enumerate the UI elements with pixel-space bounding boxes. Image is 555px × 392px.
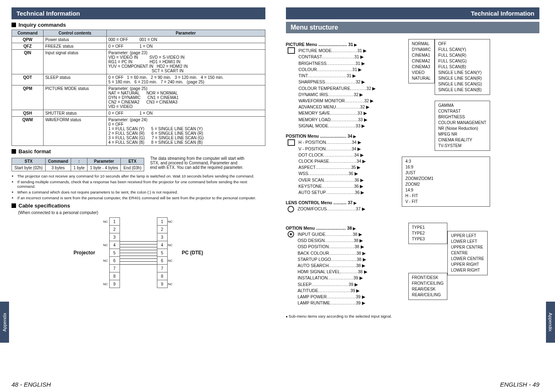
menu-item: ZOOM/FOCUS..................37 ▶ xyxy=(297,206,367,212)
menu-item: BACK COLOUR.................38 ▶ xyxy=(297,250,367,256)
lens-menu-title: LENS CONTROL Menu ........... 37 xyxy=(286,200,405,206)
menu-item: WSS.........................36 ▶ xyxy=(298,171,368,177)
box-advanced: GAMMACONTRASTBRIGHTNESSCOLOUR MANAGEMENT… xyxy=(435,101,490,151)
box-aspect: 4:316:9JUSTZOOM/ZOOM1ZOOM214:9H - FITV -… xyxy=(402,157,490,207)
menu-item: LAMP RUNTIME................39 ▶ xyxy=(297,300,367,306)
menu-item: INPUT GUIDE.................38 ▶ xyxy=(297,231,367,238)
menu-item: COLOUR TEMPERATURE..........32 ▶ xyxy=(298,85,368,92)
inquiry-table: Command Control contents Parameter QPWPo… xyxy=(12,30,265,146)
box-picture-mode: NORMALDYNAMICCINEMA1CINEMA2CINEMA3VIDEON… xyxy=(408,39,435,83)
section-cable: Cable specifications xyxy=(12,203,265,209)
note-item: If an incorrect command is sent from the… xyxy=(17,196,265,200)
menu-item: CONTRAST....................31 ▶ xyxy=(298,54,368,60)
header-right: Technical Information xyxy=(286,7,540,19)
option-icon xyxy=(288,231,294,238)
th-command: Command xyxy=(12,30,44,37)
menu-item: STARTUP LOGO................38 ▶ xyxy=(297,256,367,263)
table-row: QPWPower status000 = OFF 001 = ON xyxy=(12,37,265,43)
box-osd-position: UPPER LEFTLOWER LEFTUPPER CENTRECENTRELO… xyxy=(447,231,488,275)
page-num-right: ENGLISH - 49 xyxy=(500,381,539,388)
cable-title: Cable specifications xyxy=(18,203,70,209)
fmt-c1: 3 bytes xyxy=(45,165,71,171)
table-row: QINInput signal statusParameter: (page 2… xyxy=(12,50,265,74)
inquiry-title: Inquiry commands xyxy=(18,22,66,28)
section-basic: Basic format xyxy=(12,148,265,154)
menu-item: COLOUR......................31 ▶ xyxy=(298,67,368,73)
option-menu-title: OPTION Menu ......................... 38 xyxy=(286,225,405,231)
menu-item: KEYSTONE....................36 ▶ xyxy=(298,183,368,189)
pin-table-right: 1NC234NC56NC789NC xyxy=(157,217,178,288)
fmt-c3: 1 byte - 4 bytes xyxy=(88,165,121,171)
box-osd-design: TYPE1TYPE2TYPE3 xyxy=(408,223,447,244)
menu-item: AUTO SEARCH.................38 ▶ xyxy=(297,263,367,269)
menu-item: ASPECT......................35 ▶ xyxy=(298,164,368,171)
cable-sub: (When connected to a a personal computer… xyxy=(18,210,265,215)
fmt-c2: 1 byte xyxy=(71,165,87,171)
menu-item: MEMORY LOAD.................33 ▶ xyxy=(298,117,368,123)
menu-item: WAVEFORM MONITOR............32 ▶ xyxy=(298,98,368,104)
menu-item: SIGNAL MODE.................33 ▶ xyxy=(298,123,368,129)
basic-format-table: STX Command : Parameter ETX Start byte (… xyxy=(12,158,144,171)
th-parameter: Parameter xyxy=(106,30,265,37)
note-item: If sending multiple commands, check that… xyxy=(17,180,265,189)
menu-item: CLOCK PHASE.................34 ▶ xyxy=(298,158,368,164)
fmt-h1: Command xyxy=(45,158,71,165)
fmt-h0: STX xyxy=(12,158,46,165)
box-installation: FRONT/DESKFRONT/CEILINGREAR/DESKREAR/CEI… xyxy=(408,273,447,300)
header-left: Technical Information xyxy=(12,7,265,19)
menu-item: BRIGHTNESS..................31 ▶ xyxy=(298,60,368,67)
menu-item: PICTURE MODE................31 ▶ xyxy=(298,48,368,54)
picture-icon xyxy=(288,47,295,54)
fmt-c4: End (03h) xyxy=(121,165,144,171)
menu-item: SHARPNESS...................32 ▶ xyxy=(298,79,368,85)
section-inquiry: Inquiry commands xyxy=(12,22,265,28)
appendix-tab-left: Appendix xyxy=(0,302,9,343)
menu-item: DYNAMIC IRIS................32 ▶ xyxy=(298,92,368,98)
menu-item: ADVANCED MENU...............32 ▶ xyxy=(298,104,368,110)
menu-item: H - POSITION................34 ▶ xyxy=(298,139,368,145)
menu-item: SLEEP.......................39 ▶ xyxy=(297,281,367,288)
table-row: QPMPICTURE MODE statusParameter: (page 2… xyxy=(12,85,265,110)
page-num-left: 48 - ENGLISH xyxy=(12,381,51,388)
menu-item: OSD POSITION................38 ▶ xyxy=(297,244,367,250)
menu-structure-title: Menu structure xyxy=(286,22,540,33)
table-row: QSHSHUTTER status0 = OFF 1 = ON xyxy=(12,110,265,117)
fmt-h2: : xyxy=(71,158,87,165)
menu-item: OSD DESIGN..................38 ▶ xyxy=(297,238,367,244)
position-icon xyxy=(288,139,295,146)
basic-title: Basic format xyxy=(18,148,51,154)
menu-item: DOT CLOCK...................34 ▶ xyxy=(298,152,368,158)
box-waveform: OFFFULL SCAN(Y)FULL SCAN(R)FULL SCAN(G)F… xyxy=(435,39,490,95)
menu-item: MEMORY SAVE.................33 ▶ xyxy=(298,110,368,116)
notes-list: The projector can not receive any comman… xyxy=(12,174,265,200)
cable-left-label: Projector xyxy=(74,250,95,256)
position-menu-title: POSITION Menu ...................... 34 xyxy=(286,133,405,139)
menu-item: INSTALLATION................39 ▶ xyxy=(297,275,367,281)
pin-table-left: NC123NC45NC678NC9 xyxy=(99,217,120,288)
table-row: QOTSLEEP status0 = OFF 1 = 60 min. 2 = 9… xyxy=(12,74,265,85)
note-item: The projector can not receive any comman… xyxy=(17,174,265,178)
note-item: When a command which does not require pa… xyxy=(17,190,265,194)
appendix-tab-right: Appendix xyxy=(546,302,555,343)
menu-item: AUTO SETUP..................36 ▶ xyxy=(298,189,368,196)
cable-right-label: PC (DTE) xyxy=(182,250,203,256)
menu-item: ALTITUDE....................39 ▶ xyxy=(297,288,367,294)
cable-diagram: Projector NC123NC45NC678NC9 1NC234NC56NC… xyxy=(12,217,265,288)
table-row: QWMWAVEFORM statusParameter: (page 24) 0… xyxy=(12,117,265,146)
menu-item: TINT........................31 ▶ xyxy=(298,73,368,79)
basic-format-note: The data streaming from the computer wil… xyxy=(150,156,244,170)
lens-icon xyxy=(288,206,294,212)
fmt-c0: Start byte (02h) xyxy=(12,165,46,171)
menu-item: OVER SCAN...................36 ▶ xyxy=(298,177,368,183)
menu-item: V - POSITION................34 ▶ xyxy=(298,146,368,152)
table-row: QFZFREEZE status0 = OFF 1 = ON xyxy=(12,43,265,50)
th-control: Control contents xyxy=(44,30,106,37)
menu-item: LAMP POWER..................39 ▶ xyxy=(297,294,367,300)
picture-menu-title: PICTURE Menu ........................ 31 xyxy=(286,42,405,48)
right-footnote: Sub-menu items vary according to the sel… xyxy=(286,314,540,318)
menu-item: HDMI SIGNAL LEVEL...........38 ▶ xyxy=(297,269,367,275)
fmt-h3: Parameter xyxy=(88,158,121,165)
fmt-h4: ETX xyxy=(121,158,144,165)
